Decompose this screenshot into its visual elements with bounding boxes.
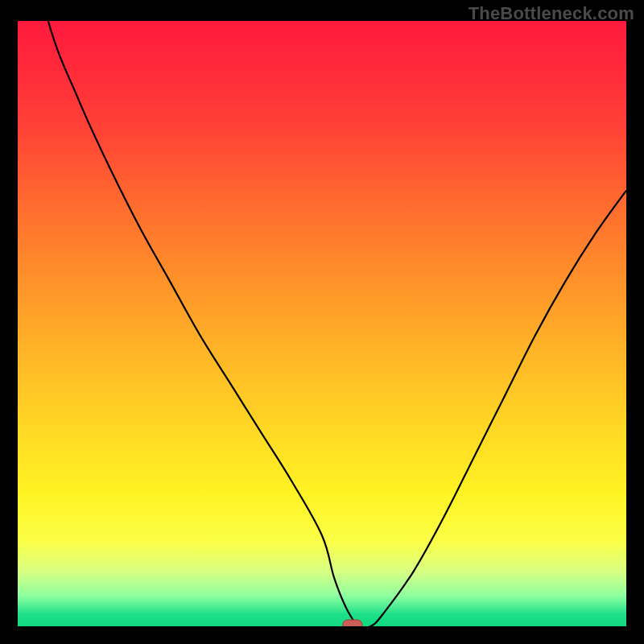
curve-svg bbox=[18, 21, 626, 626]
chart-frame: TheBottleneck.com bbox=[0, 0, 644, 644]
bottleneck-curve bbox=[18, 21, 626, 626]
minimum-marker bbox=[343, 620, 362, 626]
plot-area bbox=[18, 21, 626, 626]
